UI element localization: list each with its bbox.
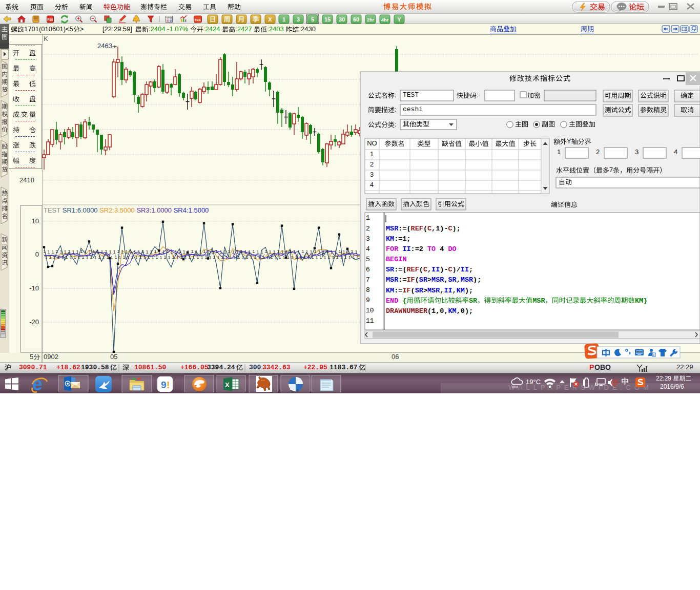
svg-text:II: II xyxy=(444,287,452,294)
svg-text:0: 0 xyxy=(461,307,465,315)
svg-text:3: 3 xyxy=(297,16,300,23)
svg-text:+18.62: +18.62 xyxy=(56,364,80,371)
svg-text:1: 1 xyxy=(208,249,210,255)
svg-text:1: 1 xyxy=(257,249,259,255)
svg-text:KM}: KM} xyxy=(635,297,647,305)
svg-text:BEGIN: BEGIN xyxy=(386,256,407,263)
svg-text:2430: 2430 xyxy=(301,25,316,33)
svg-text:1: 1 xyxy=(314,249,317,254)
svg-text:FOR: FOR xyxy=(386,245,402,253)
svg-text:15: 15 xyxy=(324,16,331,23)
svg-text:1: 1 xyxy=(74,255,76,260)
svg-text:(: ( xyxy=(415,276,419,284)
svg-text:1: 1 xyxy=(299,255,302,260)
svg-text:1: 1 xyxy=(262,255,265,260)
svg-text:+22.95: +22.95 xyxy=(303,364,327,371)
svg-text:1: 1 xyxy=(328,255,331,260)
svg-text:IF: IF xyxy=(402,287,410,294)
svg-text:1: 1 xyxy=(234,255,236,260)
svg-text:,: , xyxy=(436,307,440,315)
svg-text:1: 1 xyxy=(357,255,359,260)
svg-text:1: 1 xyxy=(56,249,58,254)
svg-text:8: 8 xyxy=(366,286,370,294)
svg-text:1: 1 xyxy=(66,255,68,260)
svg-text:2: 2 xyxy=(596,148,600,156)
svg-text:1: 1 xyxy=(230,255,232,260)
svg-text:SR1:6.0000: SR1:6.0000 xyxy=(63,206,99,214)
svg-text:II: II xyxy=(402,245,410,253)
svg-text:2404: 2404 xyxy=(151,25,166,33)
svg-text:1: 1 xyxy=(225,255,228,260)
svg-text:-20: -20 xyxy=(29,318,39,326)
svg-text:1: 1 xyxy=(242,255,244,260)
svg-text:3090.71: 3090.71 xyxy=(19,364,47,371)
svg-text:1: 1 xyxy=(220,249,222,255)
svg-text:1: 1 xyxy=(307,255,310,260)
svg-text:1: 1 xyxy=(238,255,240,260)
svg-text:1: 1 xyxy=(113,249,116,255)
svg-text:1: 1 xyxy=(111,255,113,260)
svg-text:1: 1 xyxy=(295,255,298,260)
svg-text:1: 1 xyxy=(90,255,93,260)
svg-text:1: 1 xyxy=(44,249,46,254)
svg-text:1: 1 xyxy=(277,249,280,254)
svg-text:1: 1 xyxy=(431,307,436,315)
svg-text:II: II xyxy=(431,266,440,273)
svg-text:1: 1 xyxy=(236,249,239,255)
svg-text:OBO: OBO xyxy=(594,363,611,371)
svg-text:1: 1 xyxy=(171,249,173,255)
svg-text:1: 1 xyxy=(164,255,167,260)
svg-text:(: ( xyxy=(411,287,415,294)
svg-text:1: 1 xyxy=(85,249,87,255)
svg-text:1: 1 xyxy=(72,249,75,255)
svg-text::=: := xyxy=(394,235,402,243)
svg-text:1: 1 xyxy=(221,255,224,260)
svg-text:2016/9/6: 2016/9/6 xyxy=(660,383,684,390)
svg-text:1: 1 xyxy=(176,255,179,260)
svg-text:2463: 2463 xyxy=(97,42,112,50)
svg-text:3342.63: 3342.63 xyxy=(262,364,291,371)
svg-text:(: ( xyxy=(423,225,427,233)
svg-text:)-: )- xyxy=(440,266,448,273)
svg-text:1: 1 xyxy=(335,249,337,255)
svg-text:0: 0 xyxy=(440,307,444,315)
svg-text:KM: KM xyxy=(386,235,394,243)
svg-text:TEST: TEST xyxy=(403,91,419,99)
svg-text:,: , xyxy=(444,307,448,315)
svg-text:TEST: TEST xyxy=(44,206,63,214)
svg-text:);: ); xyxy=(465,307,473,315)
svg-text:1: 1 xyxy=(45,255,48,260)
svg-text:1: 1 xyxy=(336,255,339,260)
svg-text:);: ); xyxy=(473,276,481,284)
svg-text:SR: SR xyxy=(448,276,457,284)
svg-text:KM: KM xyxy=(448,307,457,315)
svg-text:IF: IF xyxy=(407,276,415,284)
svg-text:1: 1 xyxy=(287,255,290,260)
svg-text:2: 2 xyxy=(370,160,374,168)
svg-text::: : xyxy=(395,106,397,113)
svg-text:06: 06 xyxy=(392,353,399,361)
svg-text:1: 1 xyxy=(130,249,132,254)
svg-text:SR3:1.0000: SR3:1.0000 xyxy=(136,206,173,214)
svg-text:)-: )- xyxy=(440,225,448,233)
svg-text:10: 10 xyxy=(366,307,374,314)
svg-text:KM: KM xyxy=(457,287,465,294)
svg-text::=: := xyxy=(411,245,419,253)
svg-text:1: 1 xyxy=(160,255,162,260)
svg-text:SR2:3.5000: SR2:3.5000 xyxy=(99,206,136,214)
svg-text:1: 1 xyxy=(265,249,267,254)
svg-text:[22:29:59]: [22:29:59] xyxy=(102,25,134,33)
svg-text:1: 1 xyxy=(312,255,314,260)
svg-text:);: ); xyxy=(465,287,473,294)
svg-text:1: 1 xyxy=(142,249,145,254)
svg-text:1: 1 xyxy=(355,249,358,255)
svg-text:1: 1 xyxy=(115,255,117,260)
svg-text:1: 1 xyxy=(322,249,325,255)
svg-text:1: 1 xyxy=(273,249,276,255)
svg-text:1: 1 xyxy=(156,255,158,260)
svg-text:1: 1 xyxy=(162,249,165,255)
svg-text:6: 6 xyxy=(366,266,370,273)
svg-text:2410: 2410 xyxy=(19,176,34,184)
svg-text:1: 1 xyxy=(93,249,95,254)
svg-text:1: 1 xyxy=(127,255,130,260)
